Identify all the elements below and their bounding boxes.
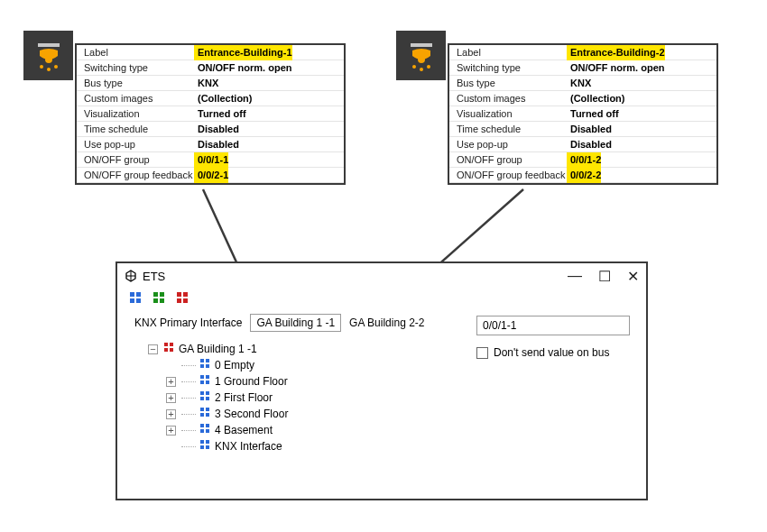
- svg-rect-26: [164, 343, 168, 346]
- svg-rect-18: [153, 292, 158, 297]
- svg-point-8: [420, 68, 423, 71]
- svg-rect-17: [136, 298, 141, 303]
- property-row: LabelEntrance-Building-2: [449, 45, 716, 60]
- svg-rect-42: [200, 408, 204, 411]
- grid-icon-green[interactable]: [152, 290, 166, 305]
- expand-icon[interactable]: +: [166, 377, 176, 387]
- expand-icon[interactable]: +: [166, 426, 176, 436]
- tree-label: 0 Empty: [215, 359, 254, 371]
- grid-icon-red[interactable]: [175, 290, 189, 305]
- grid-icon-red: [163, 342, 175, 356]
- group-address-input[interactable]: [476, 316, 630, 335]
- tree-node[interactable]: +1 Ground Floor: [148, 373, 635, 390]
- property-key: Use pop-up: [77, 137, 194, 151]
- dont-send-checkbox[interactable]: [476, 347, 488, 359]
- maximize-button[interactable]: ☐: [598, 268, 611, 285]
- property-value: Disabled: [194, 139, 239, 150]
- property-key: Switching type: [77, 60, 194, 75]
- grid-icon-blue: [199, 374, 211, 389]
- grid-icon-blue[interactable]: [128, 290, 143, 305]
- property-row: VisualizationTurned off: [449, 106, 716, 122]
- svg-rect-31: [206, 359, 209, 362]
- property-key: Visualization: [449, 106, 567, 121]
- tree-node[interactable]: KNX Interface: [148, 438, 635, 454]
- ets-window: ETS — ☐ ✕ KNX Primary InterfaceGA Buildi…: [116, 261, 648, 500]
- property-value: (Collection): [567, 93, 625, 104]
- svg-rect-19: [160, 292, 164, 297]
- property-value: Entrance-Building-2: [567, 45, 665, 60]
- svg-rect-5: [411, 43, 432, 47]
- property-row: Time scheduleDisabled: [77, 122, 344, 137]
- svg-rect-30: [200, 359, 204, 362]
- property-key: Bus type: [449, 76, 567, 90]
- property-key: Bus type: [77, 76, 194, 90]
- property-row: Bus typeKNX: [77, 76, 344, 91]
- property-row: Switching typeON/OFF norm. open: [77, 60, 344, 76]
- grid-icon-blue: [199, 407, 211, 421]
- expand-icon[interactable]: +: [166, 409, 176, 419]
- svg-point-2: [40, 65, 43, 69]
- tree-label: 4 Basement: [215, 424, 273, 436]
- property-key: Time schedule: [449, 122, 567, 136]
- property-row: Switching typeON/OFF norm. open: [449, 60, 716, 76]
- svg-point-3: [47, 68, 51, 71]
- titlebar: ETS — ☐ ✕: [117, 263, 646, 289]
- expand-icon[interactable]: +: [166, 393, 176, 403]
- svg-rect-48: [200, 429, 204, 433]
- svg-rect-21: [160, 298, 164, 303]
- svg-rect-24: [177, 298, 181, 303]
- tab[interactable]: GA Building 1 -1: [250, 314, 341, 332]
- property-key: Switching type: [449, 60, 567, 75]
- svg-point-7: [412, 65, 416, 69]
- collapse-icon[interactable]: −: [148, 344, 158, 354]
- svg-rect-33: [206, 364, 209, 368]
- svg-rect-20: [153, 298, 158, 303]
- svg-rect-37: [206, 381, 209, 384]
- svg-rect-44: [200, 413, 204, 417]
- svg-point-4: [54, 65, 58, 69]
- property-key: Custom images: [77, 91, 194, 105]
- svg-rect-51: [206, 440, 209, 444]
- svg-rect-16: [130, 298, 134, 303]
- property-value: Disabled: [567, 124, 612, 134]
- tree-node[interactable]: +4 Basement: [148, 422, 635, 438]
- property-row: Custom images(Collection): [449, 91, 716, 106]
- svg-rect-35: [206, 375, 209, 379]
- svg-rect-27: [170, 343, 173, 346]
- svg-rect-41: [206, 397, 209, 400]
- property-row: Bus typeKNX: [449, 76, 716, 91]
- property-row: ON/OFF group feedback0/0/2-1: [77, 168, 344, 183]
- ets-logo-icon: [125, 270, 137, 282]
- tree-node[interactable]: 0 Empty: [148, 357, 635, 373]
- property-row: LabelEntrance-Building-1: [77, 45, 344, 60]
- property-panel-2: LabelEntrance-Building-2Switching typeON…: [448, 43, 718, 185]
- property-panel-1: LabelEntrance-Building-1Switching typeON…: [75, 43, 346, 185]
- property-row: ON/OFF group0/0/1-2: [449, 152, 716, 168]
- property-value: Turned off: [194, 108, 246, 119]
- property-value: KNX: [567, 78, 591, 88]
- property-key: Time schedule: [77, 122, 194, 136]
- dont-send-label: Don't send value on bus: [494, 346, 609, 359]
- svg-rect-32: [200, 364, 204, 368]
- tree-node[interactable]: +2 First Floor: [148, 390, 635, 406]
- svg-rect-29: [170, 348, 173, 352]
- svg-rect-14: [130, 292, 134, 297]
- tree-label: GA Building 1 -1: [179, 343, 257, 355]
- tree-node[interactable]: +3 Second Floor: [148, 406, 635, 422]
- svg-rect-47: [206, 424, 209, 427]
- svg-rect-45: [206, 413, 209, 417]
- property-value: 0/0/1-1: [194, 152, 228, 168]
- minimize-button[interactable]: —: [568, 268, 582, 284]
- property-key: ON/OFF group: [449, 152, 567, 167]
- property-key: Label: [77, 45, 194, 60]
- svg-rect-34: [200, 375, 204, 379]
- lamp-icon: [23, 31, 73, 80]
- close-button[interactable]: ✕: [627, 268, 639, 285]
- tab[interactable]: GA Building 2-2: [343, 314, 430, 332]
- grid-icon-blue: [199, 390, 211, 405]
- svg-rect-22: [177, 292, 181, 297]
- property-key: ON/OFF group feedback: [77, 168, 194, 182]
- property-value: ON/OFF norm. open: [567, 62, 665, 73]
- svg-rect-28: [164, 348, 168, 352]
- tab[interactable]: KNX Primary Interface: [128, 314, 248, 332]
